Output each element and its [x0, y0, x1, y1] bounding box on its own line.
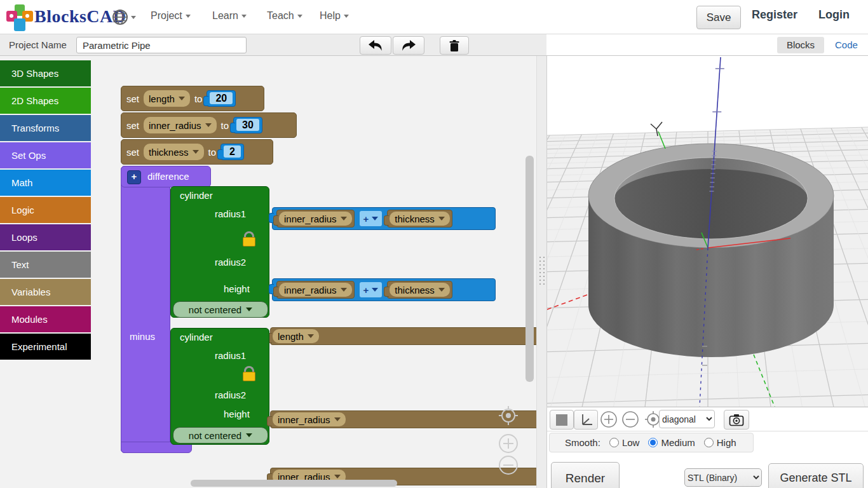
lock-icon[interactable] — [243, 366, 254, 381]
block-arithmetic-r2[interactable]: inner_radius + thickness — [272, 278, 496, 301]
viewport-zoom-out-button[interactable] — [620, 410, 641, 428]
tab-blocks[interactable]: Blocks — [777, 37, 824, 53]
dropdown-arrow-icon — [372, 288, 378, 292]
smooth-option-high[interactable]: High — [704, 437, 736, 448]
language-menu[interactable] — [112, 8, 131, 29]
zoom-out-icon[interactable] — [499, 456, 517, 474]
block-cylinder-1[interactable] — [170, 186, 269, 318]
sidebar-item-loops[interactable]: Loops — [0, 224, 91, 250]
vertical-scrollbar[interactable] — [526, 156, 534, 382]
set-keyword: set — [126, 120, 139, 131]
dropdown-arrow-icon — [334, 475, 341, 478]
dropdown-arrow-icon — [372, 217, 378, 220]
blockly-workspace[interactable]: 3D Shapes 2D Shapes Transforms Set Ops M… — [0, 56, 536, 488]
center-view-icon[interactable] — [499, 406, 518, 425]
zoom-in-icon[interactable] — [499, 435, 517, 452]
register-link[interactable]: Register — [752, 8, 797, 22]
trash-button[interactable] — [440, 36, 469, 55]
sidebar-item-math[interactable]: Math — [0, 170, 91, 196]
sidebar-item-set-ops[interactable]: Set Ops — [0, 142, 91, 168]
sidebar-item-text[interactable]: Text — [0, 252, 91, 278]
tab-code[interactable]: Code — [835, 39, 858, 50]
sidebar-item-2d-shapes[interactable]: 2D Shapes — [0, 88, 91, 114]
centered-dropdown[interactable]: not centered — [173, 301, 268, 318]
render-button[interactable]: Render — [551, 462, 620, 488]
viewport-zoom-in-button[interactable] — [598, 410, 620, 428]
radio-high[interactable] — [704, 438, 714, 447]
sidebar-item-experimental[interactable]: Experimental — [0, 334, 91, 360]
export-format-select[interactable]: STL (Binary) — [684, 468, 762, 487]
menu-teach[interactable]: Teach — [267, 10, 302, 22]
sidebar-item-3d-shapes[interactable]: 3D Shapes — [0, 60, 91, 86]
number-field[interactable]: 30 — [236, 119, 259, 131]
caret-down-icon — [344, 15, 349, 18]
block-difference-spine[interactable] — [121, 166, 170, 453]
smooth-options: Smooth: Low Medium High — [549, 433, 754, 452]
block-variable[interactable]: inner_radius — [276, 281, 355, 299]
dropdown-arrow-icon — [334, 417, 341, 421]
divider-drag-handle[interactable] — [538, 255, 546, 285]
block-number[interactable]: 2 — [220, 144, 244, 160]
smooth-option-low[interactable]: Low — [609, 437, 640, 448]
height-label: height — [224, 409, 250, 419]
centered-dropdown[interactable]: not centered — [173, 427, 268, 444]
block-variable-length[interactable]: length — [270, 327, 536, 345]
mutator-plus-button[interactable]: + — [127, 170, 141, 184]
block-variable[interactable]: thickness — [387, 281, 452, 299]
block-set-length[interactable]: set length to 20 — [121, 86, 264, 111]
3d-scene[interactable] — [547, 56, 868, 407]
undo-icon — [367, 39, 384, 53]
set-keyword: set — [126, 93, 139, 104]
save-button[interactable]: Save — [696, 6, 741, 29]
dropdown-arrow-icon — [246, 308, 252, 311]
radio-low[interactable] — [609, 438, 619, 447]
block-number[interactable]: 20 — [207, 90, 236, 107]
sidebar-item-variables[interactable]: Variables — [0, 279, 91, 305]
variable-dropdown[interactable]: length — [144, 90, 190, 107]
redo-icon — [400, 39, 417, 53]
generate-stl-button[interactable]: Generate STL — [768, 463, 864, 488]
render-viewport[interactable]: diagonal Smooth: Low Medium High Render … — [546, 56, 868, 488]
background-color-button[interactable] — [550, 410, 574, 430]
operator-dropdown[interactable]: + — [360, 211, 383, 226]
sidebar-item-transforms[interactable]: Transforms — [0, 115, 91, 141]
variable-dropdown[interactable]: inner_radius — [144, 117, 217, 133]
horizontal-scrollbar[interactable] — [191, 480, 397, 487]
sidebar-item-logic[interactable]: Logic — [0, 197, 91, 223]
number-field[interactable]: 2 — [224, 146, 241, 158]
project-name-input[interactable] — [76, 37, 247, 53]
menu-project[interactable]: Project — [151, 10, 191, 22]
zoom-out-icon — [621, 410, 639, 428]
block-set-thickness[interactable]: set thickness to 2 — [121, 139, 273, 165]
operator-dropdown[interactable]: + — [360, 282, 383, 297]
smooth-option-medium[interactable]: Medium — [648, 437, 695, 448]
toggle-axes-button[interactable] — [574, 410, 598, 430]
navbar: BlocksCAD Project Learn Teach Help Save … — [0, 0, 868, 34]
dropdown-arrow-icon — [438, 217, 445, 220]
sidebar-item-modules[interactable]: Modules — [0, 306, 91, 332]
snapshot-button[interactable] — [724, 410, 749, 430]
number-field[interactable]: 20 — [210, 92, 233, 104]
project-toolbar: Project Name Blocks Code — [0, 34, 868, 56]
smooth-label: Smooth: — [565, 437, 600, 448]
block-number[interactable]: 30 — [233, 117, 262, 133]
login-link[interactable]: Login — [818, 8, 850, 22]
dropdown-arrow-icon — [341, 288, 347, 292]
radius1-label: radius1 — [215, 208, 246, 219]
block-set-inner-radius[interactable]: set inner_radius to 30 — [121, 112, 297, 138]
view-angle-select[interactable]: diagonal — [659, 410, 715, 428]
block-variable[interactable]: inner_radius — [276, 210, 355, 227]
radio-medium[interactable] — [648, 438, 658, 447]
panel-divider[interactable] — [536, 56, 546, 488]
menu-help[interactable]: Help — [320, 10, 349, 22]
variable-dropdown[interactable]: thickness — [144, 144, 204, 160]
set-keyword: set — [126, 147, 139, 158]
caret-down-icon — [297, 15, 302, 18]
block-variable[interactable]: thickness — [387, 210, 452, 227]
menu-learn[interactable]: Learn — [212, 10, 247, 22]
redo-button[interactable] — [393, 36, 424, 55]
lock-icon[interactable] — [243, 231, 254, 247]
color-swatch-icon — [556, 414, 567, 426]
block-arithmetic-r1[interactable]: inner_radius + thickness — [272, 207, 496, 230]
undo-button[interactable] — [360, 36, 391, 55]
